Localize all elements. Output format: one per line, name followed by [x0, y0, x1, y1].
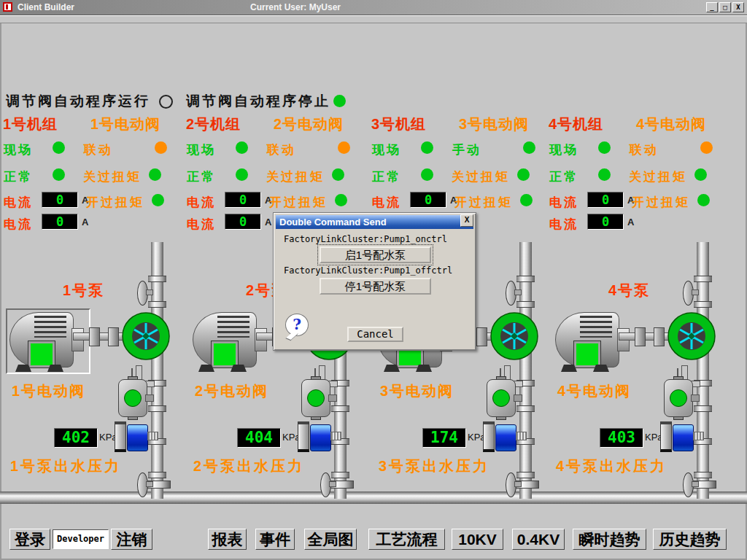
unit-status-label: 正常: [4, 168, 33, 185]
valve-open-indicator: [670, 389, 687, 407]
motor-graphic[interactable]: [193, 312, 274, 372]
motor-graphic[interactable]: [555, 312, 637, 372]
window-title: Client Builder: [18, 2, 74, 12]
valve-mode-label: 联动: [267, 141, 296, 158]
motor-valve-graphic[interactable]: [301, 379, 336, 417]
help-question-icon: ?: [285, 314, 309, 336]
history-trend-button[interactable]: 历史趋势: [653, 529, 727, 550]
on-tag-label: FactoryLinkCluster:Pump1_onctrl: [284, 234, 447, 244]
pressure-sensor-icon: [660, 421, 704, 455]
autoprogram-run-indicator: [159, 95, 173, 109]
ampere-unit-label: A: [627, 217, 634, 228]
report-button[interactable]: 报表: [208, 529, 247, 550]
autoprogram-run-label: 调节阀自动程序运行: [6, 92, 150, 111]
valve-open-indicator: [307, 389, 325, 407]
motor-grill: [217, 316, 249, 338]
dialog-close-button[interactable]: X: [460, 214, 473, 227]
title-bar: Client Builder Current User: MyUser _ □ …: [0, 0, 747, 15]
valve-header: 3号电动阀: [459, 114, 529, 134]
client-builder-window: { "window": { "title": "Client Builder",…: [0, 0, 747, 560]
shaft-coupling: [89, 327, 100, 346]
close-torque-indicator: [517, 168, 530, 181]
pump-off-button[interactable]: 停1号配水泵: [320, 278, 431, 295]
minimize-button[interactable]: _: [706, 2, 718, 12]
unit-mode-label: 现场: [4, 141, 33, 158]
sensor-bracket: [298, 421, 309, 452]
ampere-unit-label: A: [265, 217, 271, 228]
sensor-thread: [147, 432, 158, 440]
pressure-display: 174: [422, 428, 466, 448]
pump-graphic[interactable]: [667, 312, 716, 360]
current2-display: 0: [42, 214, 78, 230]
current1-label: 电流: [549, 194, 578, 211]
unit-status-label: 正常: [187, 168, 216, 185]
motor-valve-label: 1号电动阀: [12, 381, 85, 401]
open-torque-indicator: [697, 194, 710, 206]
open-torque-label: 开过扭矩: [454, 194, 513, 211]
04kv-button[interactable]: 0.4KV: [512, 529, 565, 550]
sensor-cylinder: [495, 424, 516, 451]
sensor-bracket: [115, 421, 126, 452]
maximize-button[interactable]: □: [719, 2, 731, 12]
current2-label: 电流: [4, 216, 33, 233]
close-torque-indicator: [694, 168, 707, 181]
user-role-display: Developer: [53, 529, 109, 549]
unit-header: 2号机组: [186, 114, 241, 134]
valve-stem: [692, 289, 699, 295]
unit-header: 4号机组: [549, 114, 603, 134]
motor-run-indicator: [28, 341, 55, 368]
outlet-pressure-label: 1号泵出水压力: [10, 456, 121, 476]
logout-button[interactable]: 注销: [111, 529, 152, 550]
current2-display: 0: [225, 214, 261, 230]
login-button[interactable]: 登录: [9, 529, 50, 550]
pump-label: 4号泵: [608, 281, 650, 300]
double-command-send-dialog: Double Command Send X FactoryLinkCluster…: [273, 212, 476, 351]
current2-display: 0: [587, 214, 624, 230]
valve-stem: [514, 289, 522, 295]
cancel-button[interactable]: Cancel: [347, 327, 403, 342]
valve-mode-indicator: [338, 141, 350, 154]
open-torque-indicator: [520, 194, 533, 206]
pump-on-button[interactable]: 启1号配水泵: [320, 246, 431, 263]
unit-mode-indicator: [53, 141, 65, 154]
unit-mode-indicator: [598, 141, 611, 154]
motor-grill: [34, 316, 66, 338]
valve-mode-indicator: [155, 141, 167, 154]
current1-display: 0: [42, 192, 78, 208]
dialog-title: Double Command Send: [276, 215, 473, 229]
open-torque-indicator: [335, 194, 347, 206]
sensor-bracket: [483, 421, 495, 452]
sensor-thread: [330, 432, 341, 440]
shaft-coupling: [476, 327, 487, 346]
instant-trend-button[interactable]: 瞬时趋势: [573, 529, 646, 550]
valve-stem: [514, 481, 522, 487]
sensor-bracket: [660, 421, 672, 452]
motor-graphic[interactable]: [9, 312, 91, 372]
pressure-sensor-icon: [298, 421, 341, 455]
valve-mode-label: 联动: [84, 141, 113, 158]
pump-label: 1号泵: [63, 281, 104, 300]
sensor-cylinder: [310, 424, 331, 451]
10kv-button[interactable]: 10KV: [452, 529, 503, 550]
pump-graphic[interactable]: [490, 312, 538, 360]
autoprogram-stop-label: 调节阀自动程序停止: [186, 92, 330, 111]
open-torque-label: 开过扭矩: [86, 194, 144, 211]
motor-valve-label: 4号电动阀: [557, 381, 631, 401]
current1-label: 电流: [187, 194, 216, 211]
events-button[interactable]: 事件: [255, 529, 295, 550]
overview-button[interactable]: 全局图: [304, 529, 357, 550]
process-flow-button[interactable]: 工艺流程: [368, 529, 445, 550]
motor-valve-graphic[interactable]: [664, 379, 699, 417]
valve-pipe-stem: [145, 394, 154, 402]
pipe-flange: [148, 472, 166, 478]
motor-valve-label: 2号电动阀: [195, 381, 268, 401]
valve-mode-label: 手动: [452, 141, 481, 158]
motor-valve-graphic[interactable]: [487, 379, 522, 417]
pipe-flange: [516, 276, 535, 282]
sensor-thread: [516, 432, 527, 440]
motor-valve-graphic[interactable]: [118, 379, 153, 417]
close-button[interactable]: X: [732, 2, 744, 12]
close-torque-indicator: [149, 168, 161, 181]
valve-pipe-stem: [691, 394, 700, 402]
pump-graphic[interactable]: [122, 312, 170, 360]
